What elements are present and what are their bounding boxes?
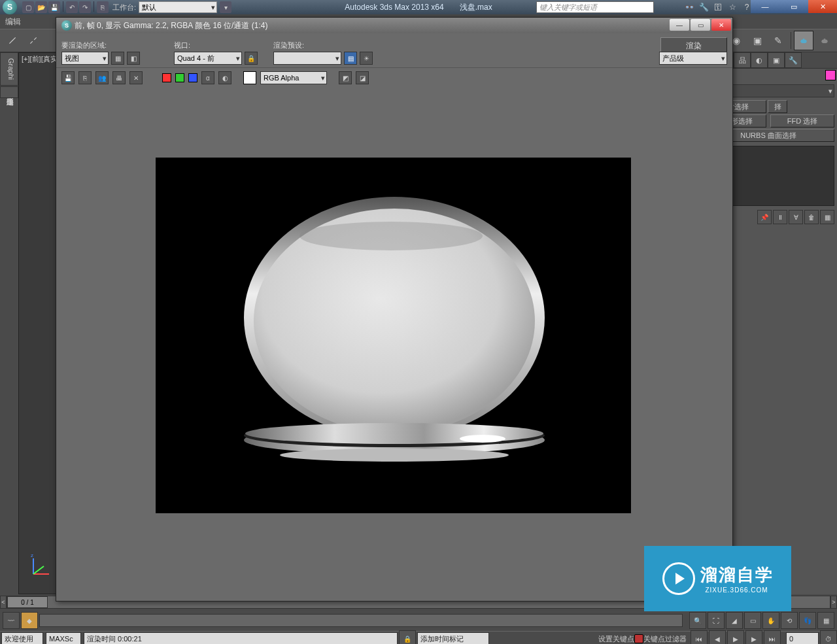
cp-motion-icon[interactable]: ◐ [751,52,768,68]
ts-prev-icon[interactable]: < [0,596,7,609]
tb-key-icon[interactable]: ◆ [21,612,38,629]
remove-mod-icon[interactable]: 🗑 [804,210,819,224]
star-icon[interactable]: ☆ [727,2,738,12]
key-icon[interactable]: ⚿ [713,2,723,12]
menu-edit[interactable]: 编辑 [5,16,21,27]
link-icon[interactable]: ⎘ [97,1,109,13]
ffd-select-button[interactable]: FFD 选择 [770,114,834,127]
save-image-icon[interactable]: 💾 [61,71,75,84]
nav-maxview-icon[interactable]: ▦ [817,612,834,629]
nav-zoomall-icon[interactable]: ⛶ [708,612,725,629]
blue-channel-icon[interactable] [188,73,197,82]
frame-spinner[interactable]: 0 [786,632,819,644]
edit-region-icon[interactable]: ▦ [111,52,124,65]
tab-graphite[interactable]: Graphi [0,52,18,86]
tb-curve-icon[interactable]: 〰 [3,612,20,629]
open-icon[interactable]: 📂 [35,1,47,13]
lock-icon[interactable]: 🔒 [399,630,416,644]
nav-pan-icon[interactable]: ✋ [762,612,779,629]
maximize-button[interactable]: ▭ [779,0,808,13]
rw-maximize-button[interactable]: ▭ [691,19,710,31]
print-icon[interactable]: 🖶 [112,71,126,84]
rw-app-icon: S [61,20,72,31]
unique-icon[interactable]: ∀ [789,210,803,224]
production-dropdown[interactable]: 产品级 [659,52,727,65]
nav-walk-icon[interactable]: 👣 [799,612,816,629]
svg-rect-3 [824,39,825,40]
render-analysis-icon[interactable]: ✎ [768,31,788,50]
title-help-icons: 👓 🔧 ⚿ ☆ ? [684,2,752,12]
select-link-icon[interactable] [3,31,22,50]
nav-fov-icon[interactable]: ◢ [726,612,743,629]
maxscript-cell[interactable]: MAXSc [46,632,81,644]
rw-minimize-button[interactable]: — [670,19,689,31]
nav-zoomext-icon[interactable]: ▭ [744,612,761,629]
workspace-label: 工作台: [112,3,136,12]
clone-image-icon[interactable]: 👥 [95,71,109,84]
area-dropdown[interactable]: 视图 [61,52,109,65]
nav-zoom-icon[interactable]: 🔍 [689,612,706,629]
save-icon[interactable]: 💾 [48,1,60,13]
new-icon[interactable]: ▢ [22,1,34,13]
toggle-overlay-icon[interactable]: ◩ [339,71,352,84]
goto-start-icon[interactable]: ⏮ [691,630,708,644]
show-end-icon[interactable]: Ⅱ [773,210,787,224]
time-config-icon[interactable]: ⏱ [820,630,837,644]
auto-region-icon[interactable]: ◧ [127,52,140,65]
undo-icon[interactable]: ↶ [66,1,78,13]
pin-stack-icon[interactable]: 📌 [757,210,772,224]
prev-frame-icon[interactable]: ◀ [709,630,726,644]
cp-utility-icon[interactable]: 🔧 [785,52,802,68]
ts-next-icon[interactable]: > [830,596,837,609]
close-button[interactable]: ✕ [808,0,837,13]
sel-partial[interactable]: 择 [768,100,787,113]
add-time-marker-cell[interactable]: 添加时间标记 [417,632,489,644]
goto-end-icon[interactable]: ⏭ [764,630,781,644]
object-color-swatch[interactable] [825,70,836,80]
play-icon[interactable]: ▶ [727,630,744,644]
setkey-icon[interactable] [634,634,643,643]
render-frame-window: S 前, 帧 0, 显示 Gamma: 2.2, RGBA 颜色 16 位/通道… [56,17,733,602]
teapot-quick-icon[interactable] [815,31,834,50]
render-output-area[interactable] [56,86,732,601]
mono-channel-icon[interactable]: ◐ [218,71,231,84]
viewport-label[interactable]: [+][前][真实 [22,54,58,64]
next-frame-icon[interactable]: ▶ [745,630,762,644]
lock-viewport-icon[interactable]: 🔒 [245,52,258,65]
render-icon[interactable]: ▣ [747,31,767,50]
configure-icon[interactable]: ▦ [820,210,834,224]
workspace-dropdown[interactable]: 默认 [139,1,217,13]
workspace-more-icon[interactable]: ▾ [220,1,231,13]
wrench-icon[interactable]: 🔧 [698,2,709,12]
red-channel-icon[interactable] [162,73,171,82]
ts-thumb[interactable]: 0 / 1 [7,596,48,608]
binocular-icon[interactable]: 👓 [684,2,694,12]
toggle-ui-icon[interactable]: ◪ [356,71,369,84]
redo-icon[interactable]: ↷ [79,1,91,13]
minimize-button[interactable]: — [751,0,779,13]
green-channel-icon[interactable] [175,73,184,82]
axis-gizmo-icon: z [29,552,56,578]
render-setup-shortcut-icon[interactable]: ▤ [344,52,357,65]
alpha-channel-icon[interactable]: α [201,71,214,84]
unlink-icon[interactable] [24,31,43,50]
copy-image-icon[interactable]: ⎘ [78,71,92,84]
clear-icon[interactable]: ✕ [129,71,143,84]
viewport-dropdown[interactable]: Quad 4 - 前 [174,52,242,65]
channel-dropdown[interactable]: RGB Alpha [260,71,327,84]
nav-orbit-icon[interactable]: ⟲ [781,612,798,629]
cp-display-icon[interactable]: ▣ [768,52,785,68]
render-window-titlebar[interactable]: S 前, 帧 0, 显示 Gamma: 2.2, RGBA 颜色 16 位/通道… [56,18,732,33]
bg-color-swatch[interactable] [243,71,256,84]
keyfilter-label[interactable]: 关键点过滤器 [643,634,687,644]
track-bar: 〰 ◆ 🔍 ⛶ ◢ ▭ ✋ ⟲ 👣 ▦ [0,610,837,631]
tab-poly-model[interactable]: 多边形建模 [0,86,18,98]
svg-line-6 [33,566,44,574]
rw-close-button[interactable]: ✕ [711,19,731,31]
setkey-label[interactable]: 设置关键点 [598,634,634,644]
environment-icon[interactable]: ☀ [360,52,373,65]
preset-dropdown[interactable] [273,52,341,65]
cp-hierarchy-icon[interactable]: 品 [734,52,751,68]
search-input[interactable]: 键入关键字或短语 [536,1,654,13]
teapot-render-icon[interactable] [794,31,813,50]
